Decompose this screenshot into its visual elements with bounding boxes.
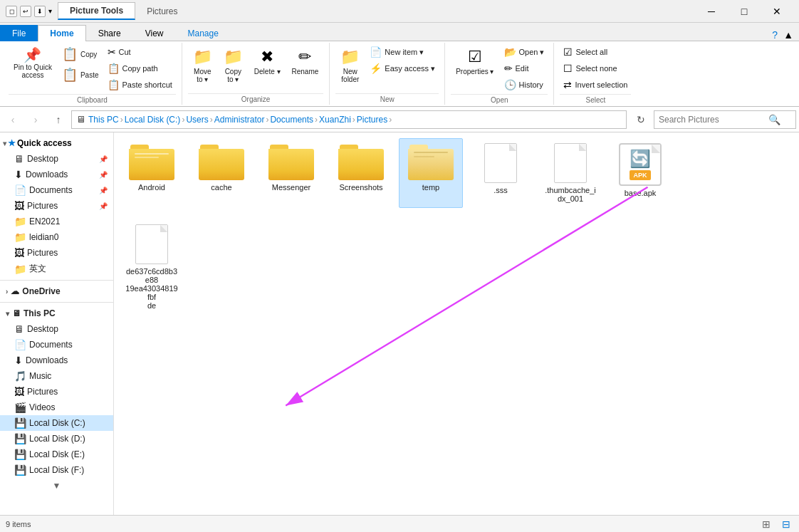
delete-button[interactable]: ✖ Delete ▾ bbox=[249, 44, 286, 79]
sidebar-item-desktop-pc[interactable]: 🖥 Desktop bbox=[0, 321, 113, 337]
tab-manage[interactable]: Manage bbox=[176, 25, 231, 41]
help-icon[interactable]: ? bbox=[772, 29, 778, 41]
back-button[interactable]: ‹ bbox=[3, 110, 23, 130]
grid-view-button[interactable]: ⊟ bbox=[779, 517, 793, 531]
file-item-thumbcache[interactable]: .thumbcache_idx_001 bbox=[538, 138, 602, 208]
sidebar-item-en2021[interactable]: 📁 EN2021 bbox=[0, 214, 113, 229]
music-icon: 🎵 bbox=[14, 370, 26, 382]
desktop-pc-icon: 🖥 bbox=[14, 323, 24, 335]
copy-path-icon: 📋 bbox=[108, 63, 120, 74]
sidebar-item-yingwen[interactable]: 📁 英文 bbox=[0, 261, 113, 277]
close-button[interactable]: ✕ bbox=[761, 0, 793, 23]
undo-icon[interactable]: ↩ bbox=[20, 6, 31, 17]
list-view-button[interactable]: ⊞ bbox=[759, 517, 773, 531]
new-item-button[interactable]: 📄 New item ▾ bbox=[366, 44, 439, 60]
quick-access-toolbar-icon[interactable]: ◻ bbox=[6, 6, 17, 17]
tab-home[interactable]: Home bbox=[38, 25, 85, 41]
up-button[interactable]: ↑ bbox=[48, 110, 68, 130]
open-button[interactable]: 📂 Open ▾ bbox=[501, 44, 548, 60]
paste-shortcut-button[interactable]: 📋 Paste shortcut bbox=[104, 77, 176, 93]
breadcrumb-users[interactable]: Users bbox=[186, 115, 208, 125]
copy-to-button[interactable]: 📁 Copyto ▾ bbox=[219, 44, 248, 87]
sidebar-item-desktop-qa[interactable]: 🖥 Desktop 📌 bbox=[0, 151, 113, 167]
new-label: New bbox=[335, 93, 439, 103]
address-bar[interactable]: 🖥 This PC › Local Disk (C:) › Users › Ad… bbox=[71, 110, 627, 129]
screenshots-label: Screenshots bbox=[339, 183, 382, 192]
file-item-screenshots[interactable]: Screenshots bbox=[329, 138, 393, 208]
breadcrumb-pictures[interactable]: Pictures bbox=[357, 115, 387, 125]
sidebar-item-pictures-pc[interactable]: 🖼 Pictures bbox=[0, 384, 113, 400]
dropdown-arrow[interactable]: ▾ bbox=[48, 7, 52, 15]
tab-share[interactable]: Share bbox=[86, 25, 133, 41]
sidebar-item-documents-qa[interactable]: 📄 Documents 📌 bbox=[0, 182, 113, 198]
onedrive-header[interactable]: › ☁ OneDrive bbox=[0, 283, 113, 299]
android-label: Android bbox=[138, 183, 165, 192]
history-button[interactable]: 🕒 History bbox=[501, 77, 548, 93]
pin-indicator2: 📌 bbox=[99, 171, 108, 179]
cut-button[interactable]: ✂ Cut bbox=[104, 44, 176, 60]
breadcrumb-localc[interactable]: Local Disk (C:) bbox=[125, 115, 181, 125]
locale-icon: 💾 bbox=[14, 449, 26, 460]
sidebar-item-locald[interactable]: 💾 Local Disk (D:) bbox=[0, 431, 113, 447]
file-item-cache[interactable]: cache bbox=[189, 138, 254, 208]
redo-icon[interactable]: ⬇ bbox=[34, 6, 46, 17]
move-to-button[interactable]: 📁 Moveto ▾ bbox=[188, 44, 217, 87]
second-row: de637c6cd8b3e8819ea43034819fbfde bbox=[120, 219, 793, 315]
documents-icon: 📄 bbox=[14, 184, 26, 196]
easy-access-label: Easy access ▾ bbox=[385, 64, 435, 73]
quick-access-header[interactable]: ▾ ★ Quick access bbox=[0, 135, 113, 151]
sidebar-item-music[interactable]: 🎵 Music bbox=[0, 368, 113, 384]
file-item-apk[interactable]: 🔄 APK base.apk bbox=[608, 138, 672, 208]
ribbon-expand-icon[interactable]: ▲ bbox=[783, 29, 793, 41]
sidebar-item-localf[interactable]: 💾 Local Disk (F:) bbox=[0, 462, 113, 478]
file-item-messenger[interactable]: Messenger bbox=[259, 138, 323, 208]
new-folder-button[interactable]: 📁 Newfolder bbox=[335, 44, 365, 87]
tab-view[interactable]: View bbox=[133, 25, 176, 41]
search-input[interactable] bbox=[659, 115, 766, 125]
maximize-button[interactable]: □ bbox=[728, 0, 761, 23]
sidebar-item-downloads-pc[interactable]: ⬇ Downloads bbox=[0, 353, 113, 368]
refresh-button[interactable]: ↻ bbox=[631, 110, 651, 130]
sidebar-item-documents-pc[interactable]: 📄 Documents bbox=[0, 337, 113, 353]
invert-selection-button[interactable]: ⇄ Invert selection bbox=[560, 77, 631, 93]
localc-label: Local Disk (C:) bbox=[29, 418, 108, 428]
copy-path-button[interactable]: 📋 Copy path bbox=[104, 61, 176, 76]
search-icon[interactable]: 🔍 bbox=[768, 114, 780, 125]
file-item-sss[interactable]: .sss bbox=[469, 138, 533, 208]
sidebar-item-leidian0[interactable]: 📁 leidian0 bbox=[0, 229, 113, 245]
picture-tools-tab[interactable]: Picture Tools bbox=[58, 2, 135, 20]
sidebar-item-localc[interactable]: 💾 Local Disk (C:) bbox=[0, 415, 113, 431]
file-area: Android cache Messenger bbox=[114, 132, 799, 515]
tab-file[interactable]: File bbox=[0, 25, 38, 41]
breadcrumb-docs[interactable]: Documents bbox=[270, 115, 313, 125]
quick-access-text: Quick access bbox=[17, 138, 72, 148]
easy-access-button[interactable]: ⚡ Easy access ▾ bbox=[366, 61, 439, 76]
sidebar-scroll-down-icon[interactable]: ▼ bbox=[53, 481, 61, 491]
minimize-button[interactable]: ─ bbox=[695, 0, 728, 23]
breadcrumb-admin[interactable]: Administrator bbox=[214, 115, 265, 125]
breadcrumb-thispc[interactable]: This PC bbox=[88, 115, 119, 125]
paste-button[interactable]: 📋 Paste bbox=[58, 65, 103, 85]
new-folder-label: Newfolder bbox=[341, 68, 359, 83]
sidebar-item-pictures-qa[interactable]: 🖼 Pictures 📌 bbox=[0, 198, 113, 214]
rename-button[interactable]: ✏ Rename bbox=[287, 44, 324, 79]
forward-button[interactable]: › bbox=[26, 110, 46, 130]
sidebar-item-videos[interactable]: 🎬 Videos bbox=[0, 400, 113, 415]
breadcrumb-xuanzhi[interactable]: XuanZhi bbox=[319, 115, 351, 125]
thispc-header[interactable]: ▾ 🖥 This PC bbox=[0, 306, 113, 321]
pin-quick-access-button[interactable]: 📌 Pin to Quickaccess bbox=[9, 44, 57, 83]
copy-button[interactable]: 📋 Copy bbox=[58, 44, 103, 64]
select-all-button[interactable]: ☑ Select all bbox=[560, 44, 631, 60]
select-none-button[interactable]: ☐ Select none bbox=[560, 61, 631, 76]
sidebar-item-pictures2[interactable]: 🖼 Pictures bbox=[0, 245, 113, 261]
edit-button[interactable]: ✏ Edit bbox=[501, 61, 548, 76]
file-item-android[interactable]: Android bbox=[120, 138, 184, 208]
videos-label: Videos bbox=[29, 402, 108, 412]
thispc-expand-icon: ▾ bbox=[6, 310, 9, 318]
properties-button[interactable]: ☑ Properties ▾ bbox=[451, 44, 498, 79]
status-bar: 9 items ⊞ ⊟ bbox=[0, 515, 799, 532]
file-item-hash[interactable]: de637c6cd8b3e8819ea43034819fbfde bbox=[120, 219, 184, 315]
sidebar-item-downloads-qa[interactable]: ⬇ Downloads 📌 bbox=[0, 167, 113, 182]
file-item-temp[interactable]: temp bbox=[399, 138, 463, 208]
sidebar-item-locale[interactable]: 💾 Local Disk (E:) bbox=[0, 447, 113, 462]
